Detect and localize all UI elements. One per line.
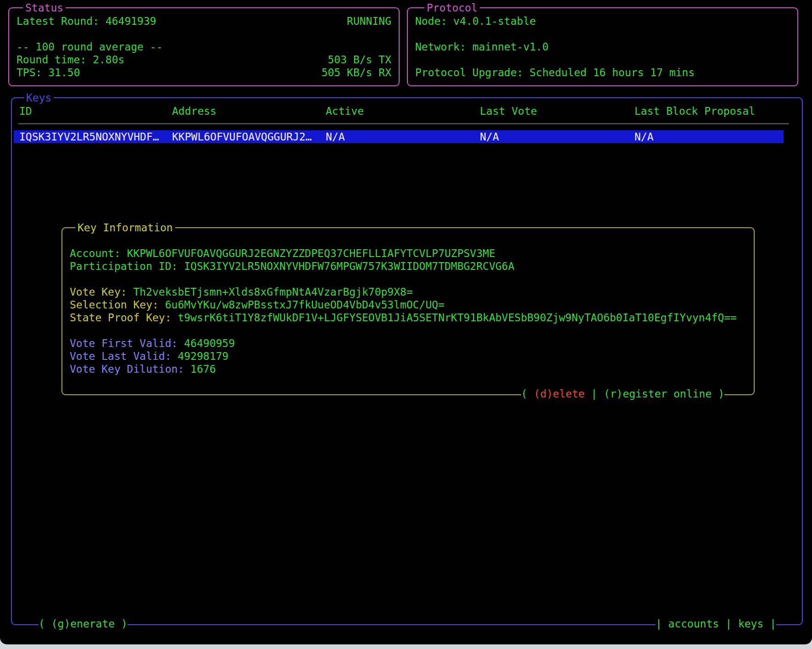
vote-key-label: Vote Key:	[70, 286, 133, 298]
nav-tabs: | accounts | keys |	[656, 617, 776, 630]
node-version-value: v4.0.1-stable	[453, 15, 536, 27]
protocol-upgrade-value: Scheduled 16 hours 17 mins	[529, 67, 695, 78]
cell-last-vote: N/A	[480, 130, 499, 143]
nav-accounts-tab[interactable]: accounts	[668, 618, 719, 630]
participation-id-row: Participation ID: IQSK3IYV2LR5NOXNYVHDFW…	[70, 260, 746, 273]
keys-panel: Keys ID Address Active Last Vote Last Bl…	[11, 97, 803, 625]
round-time-text: Round time: 2.80s	[17, 53, 124, 66]
latest-round-label: Latest Round:	[17, 15, 106, 27]
vote-last-valid-label: Vote Last Valid:	[70, 350, 178, 362]
selection-key-label: Selection Key:	[70, 299, 165, 311]
column-header-active: Active	[326, 105, 364, 117]
vote-last-valid-row: Vote Last Valid: 49298179	[70, 350, 746, 363]
cell-address: KKPWL6OFVUFOAVQGGURJ2…	[172, 130, 312, 143]
cell-participation-id: IQSK3IYV2LR5NOXNYVHDF…	[19, 130, 159, 143]
vote-key-value: Th2veksbETjsmn+Xlds8xGfmpNtA4VzarBgjk70p…	[133, 286, 412, 298]
rx-rate-text: 505 KB/s RX	[322, 66, 391, 79]
column-header-last-vote: Last Vote	[480, 105, 537, 117]
status-panel-title: Status	[23, 1, 66, 14]
latest-round-text: Latest Round: 46491939	[17, 15, 156, 28]
latest-round-value: 46491939	[106, 15, 156, 27]
account-label: Account:	[70, 247, 127, 259]
round-average-header: -- 100 round average --	[17, 40, 163, 53]
vote-first-valid-row: Vote First Valid: 46490959	[70, 337, 746, 350]
nav-keys-tab[interactable]: keys	[738, 618, 763, 630]
tps-value: 31.50	[48, 67, 80, 78]
delete-hint[interactable]: (d)elete	[534, 388, 585, 400]
tps-label: TPS:	[17, 67, 48, 78]
node-state-badge: RUNNING	[347, 15, 391, 28]
keys-table-header: ID Address Active Last Vote Last Block P…	[12, 105, 802, 117]
state-proof-key-row: State Proof Key: t9wsrK6tiT1Y8zfWUkDF1V+…	[70, 311, 746, 324]
protocol-panel-title: Protocol	[424, 1, 480, 14]
network-value: mainnet-v1.0	[473, 41, 549, 53]
vote-key-dilution-row: Vote Key Dilution: 1676	[70, 363, 746, 375]
table-row-selected[interactable]: IQSK3IYV2LR5NOXNYVHDF… KKPWL6OFVUFOAVQGG…	[14, 130, 784, 143]
hint-open-paren: (	[521, 388, 534, 400]
key-information-panel: Key Information Account: KKPWL6OFVUFOAVQ…	[61, 227, 755, 395]
round-time-value: 2.80s	[93, 54, 124, 66]
vote-key-row: Vote Key: Th2veksbETjsmn+Xlds8xGfmpNtA4V…	[70, 285, 746, 298]
protocol-panel: Protocol Node: v4.0.1-stable Network: ma…	[407, 7, 798, 86]
selection-key-row: Selection Key: 6u6MvYKu/w8zwPBsstxJ7fkUu…	[70, 298, 746, 311]
nav-close-pipe: |	[763, 618, 776, 630]
node-version-text: Node: v4.0.1-stable	[415, 15, 790, 28]
terminal-window: Status Latest Round: 46491939 RUNNING --…	[0, 0, 812, 644]
account-value: KKPWL6OFVUFOAVQGGURJ2EGNZYZZDPEQ37CHEFLL…	[127, 247, 495, 259]
generate-hint[interactable]: ( (g)enerate )	[39, 617, 128, 630]
nav-separator-pipe: |	[719, 618, 738, 630]
participation-id-label: Participation ID:	[70, 260, 184, 272]
nav-open-pipe: |	[656, 618, 668, 630]
account-row: Account: KKPWL6OFVUFOAVQGGURJ2EGNZYZZDPE…	[70, 247, 746, 260]
vote-first-valid-label: Vote First Valid:	[70, 337, 184, 349]
tps-text: TPS: 31.50	[17, 66, 80, 79]
state-proof-key-label: State Proof Key:	[70, 312, 178, 324]
register-online-hint[interactable]: (r)egister online )	[604, 388, 724, 400]
vote-last-valid-value: 49298179	[178, 350, 228, 362]
network-text: Network: mainnet-v1.0	[415, 40, 790, 53]
round-time-label: Round time:	[17, 54, 93, 66]
key-information-title: Key Information	[75, 221, 175, 234]
tx-rate-text: 503 B/s TX	[328, 53, 391, 66]
table-header-separator	[18, 123, 789, 124]
selection-key-value: 6u6MvYKu/w8zwPBsstxJ7fkUueOD4VbD4v53lmOC…	[165, 299, 445, 311]
keys-panel-title: Keys	[24, 91, 54, 104]
vote-key-dilution-label: Vote Key Dilution:	[70, 363, 190, 375]
participation-id-value: IQSK3IYV2LR5NOXNYVHDFW76MPGW757K3WIIDOM7…	[184, 260, 514, 272]
protocol-upgrade-label: Protocol Upgrade:	[415, 67, 529, 78]
status-panel: Status Latest Round: 46491939 RUNNING --…	[8, 7, 400, 86]
cell-last-block-proposal: N/A	[634, 130, 654, 143]
vote-first-valid-value: 46490959	[184, 337, 235, 349]
key-actions-hint: ( (d)elete | (r)egister online )	[521, 387, 724, 400]
cell-active: N/A	[326, 130, 345, 143]
network-label: Network:	[415, 41, 473, 53]
hint-separator: |	[584, 388, 604, 400]
column-header-id: ID	[19, 105, 32, 117]
node-version-label: Node:	[415, 15, 453, 27]
column-header-last-block-proposal: Last Block Proposal	[634, 105, 755, 117]
state-proof-key-value: t9wsrK6tiT1Y8zfWUkDF1V+LJGFYSEOVB1JiA5SE…	[178, 312, 737, 324]
protocol-upgrade-text: Protocol Upgrade: Scheduled 16 hours 17 …	[415, 66, 790, 79]
column-header-address: Address	[172, 105, 217, 117]
vote-key-dilution-value: 1676	[190, 363, 216, 375]
